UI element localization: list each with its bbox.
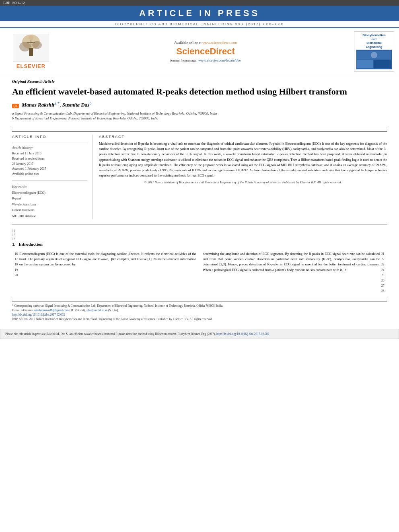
sciencedirect-brand[interactable]: ScienceDirect — [65, 46, 346, 57]
keyword-4: Hilbert transform — [12, 207, 87, 213]
doi-link[interactable]: http://dx.doi.org/10.1016/j.bbe.2017.02.… — [12, 313, 65, 316]
svg-point-2 — [19, 42, 31, 51]
author2-sup: b — [89, 101, 91, 105]
section-divider — [12, 126, 387, 126]
journal-header: ELSEVIER Available online at www.science… — [0, 28, 399, 75]
introduction-section: 1. Introduction 16 17 18 19 20 Electroca… — [12, 242, 387, 294]
article-info-header: ARTICLE INFO — [12, 135, 87, 139]
svg-rect-10 — [357, 60, 373, 68]
keyword-5: MIT-BIH database — [12, 214, 87, 219]
authors-line: Q1 Manas Rakshita,*, Susmita Dasb — [12, 101, 387, 108]
keyword-2: R-peak — [12, 196, 87, 201]
article-info-column: ARTICLE INFO Article history: Received 1… — [12, 135, 93, 219]
biocybernetics-logo-text: Biocybernetics and Biomedical Engineerin… — [356, 33, 392, 49]
top-bar: BBE 190 1–12 — [0, 0, 399, 6]
revised-date: 26 January 2017 — [12, 162, 87, 167]
intro-left-col: 16 17 18 19 20 Electrocardiogram (ECG) i… — [12, 251, 196, 294]
intro-left-text: Electrocardiogram (ECG) is one of the es… — [19, 251, 196, 278]
journal-homepage: journal homepage: www.elsevier.com/locat… — [65, 58, 346, 62]
elsevier-logo: ELSEVIER — [5, 34, 57, 69]
email2-link[interactable]: sdas@nitrkl.ac.in — [86, 308, 107, 312]
section-number: 1. — [12, 242, 15, 246]
intro-right-lines: determining the amplitude and duration o… — [203, 251, 387, 294]
bio-thumbnail-icon — [356, 50, 392, 69]
abstract-copyright: © 2017 Nalecz Institute of Biocybernetic… — [99, 181, 387, 184]
available-online-text: Available online at www.sciencedirect.co… — [65, 41, 346, 45]
abstract-header: ABSTRACT — [99, 135, 387, 139]
line-numbers-left: 16 17 18 19 20 — [12, 251, 18, 278]
header-center: Available online at www.sciencedirect.co… — [57, 41, 354, 62]
main-content: Original Research Article An efficient w… — [0, 75, 399, 326]
footer-divider — [12, 302, 387, 302]
issn-note: 0208-5216/© 2017 Nalecz Institute of Bio… — [12, 317, 387, 321]
keywords-divider — [12, 180, 87, 181]
received-date1: Received 11 July 2016 — [12, 151, 87, 156]
intro-body: 16 17 18 19 20 Electrocardiogram (ECG) i… — [12, 251, 387, 294]
intro-right-col: determining the amplitude and duration o… — [203, 251, 387, 294]
abstract-column: ABSTRACT Machine-aided detection of R-pe… — [99, 135, 387, 219]
journal-name-bar: BIOCYBERNETICS AND BIOMEDICAL ENGINEERIN… — [0, 21, 399, 28]
author1-name: Manas Rakshit — [22, 102, 54, 108]
svg-rect-11 — [374, 60, 391, 68]
author2-name: Susmita Das — [62, 102, 90, 108]
affiliation2: b Department of Electrical Engineering, … — [12, 116, 387, 121]
article-type: Original Research Article — [12, 79, 387, 84]
intro-left-lines: 16 17 18 19 20 Electrocardiogram (ECG) i… — [12, 251, 196, 278]
keywords-label: Keywords: — [12, 185, 87, 189]
affiliations: a Signal Processing & Communication Lab,… — [12, 111, 387, 121]
history-label: Article history: — [12, 146, 87, 150]
svg-point-12 — [371, 52, 377, 58]
journal-ref: BBE 190 1–12 — [3, 1, 25, 5]
email-line: E-mail addresses: rakshitmanas09@gmail.c… — [12, 308, 387, 312]
corresponding-note: * Corresponding author at: Signal Proces… — [12, 304, 387, 308]
accepted-date: Accepted 1 February 2017 — [12, 166, 87, 172]
biocybernetics-logo: Biocybernetics and Biomedical Engineerin… — [354, 31, 394, 72]
article-in-press-banner: ARTICLE IN PRESS — [0, 6, 399, 21]
biocybernetics-thumbnail — [356, 49, 392, 70]
article-title: An efficient wavelet-based automated R-p… — [12, 86, 387, 98]
doi-line: http://dx.doi.org/10.1016/j.bbe.2017.02.… — [12, 312, 387, 317]
article-info-abstract-section: ARTICLE INFO Article history: Received 1… — [12, 131, 387, 219]
section-line-numbers: 12 13 15 — [12, 229, 387, 241]
elsevier-tree-icon — [13, 34, 49, 62]
q1-badge: Q1 — [12, 104, 19, 108]
sciencedirect-url[interactable]: www.sciencedirect.com — [202, 41, 237, 45]
intro-divider-top — [12, 224, 387, 224]
keyword-1: Electrocardiogram (ECG) — [12, 190, 87, 196]
svg-point-5 — [29, 35, 33, 40]
journal-homepage-link[interactable]: www.elsevier.com/locate/bbe — [198, 58, 241, 62]
author1-sup: a,* — [54, 101, 60, 105]
affiliation1: a Signal Processing & Communication Lab,… — [12, 111, 387, 116]
intro-section-header: 1. Introduction — [12, 242, 387, 249]
footer-section: * Corresponding author at: Signal Proces… — [12, 299, 387, 322]
elsevier-brand-text: ELSEVIER — [16, 63, 45, 69]
svg-rect-4 — [29, 48, 33, 56]
abstract-text: Machine-aided detection of R-peaks is be… — [99, 141, 387, 178]
citation-bar: Please cite this article in press as: Ra… — [0, 329, 399, 339]
citation-doi-link[interactable]: http://dx.doi.org/10.1016/j.bbe.2017.02.… — [216, 332, 269, 336]
email1-link[interactable]: rakshitmanas09@gmail.com — [34, 308, 69, 312]
keyword-3: Wavelet transform — [12, 202, 87, 207]
intro-section-title: Introduction — [19, 242, 43, 246]
received-revised-label: Received in revised form — [12, 156, 87, 162]
available-online: Available online xxx — [12, 172, 87, 177]
keywords-list: Electrocardiogram (ECG) R-peak Wavelet t… — [12, 190, 87, 219]
info-divider — [12, 142, 87, 142]
intro-right-text: determining the amplitude and duration o… — [203, 251, 380, 294]
line-numbers-right: 21 22 23 24 25 26 27 28 — [381, 251, 387, 294]
